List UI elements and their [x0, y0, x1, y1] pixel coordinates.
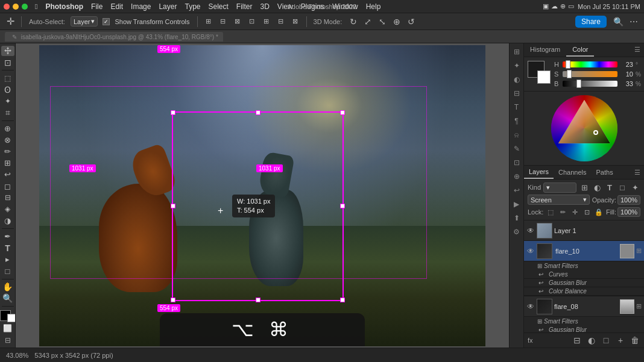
lasso-tool[interactable]: ʘ — [1, 84, 14, 95]
color-wheel[interactable] — [551, 95, 617, 161]
stamp-tool[interactable]: ⊞ — [1, 158, 14, 168]
share-button[interactable]: Share — [575, 16, 607, 28]
marquee-tool[interactable]: ⬚ — [1, 73, 14, 83]
3d-roll-icon[interactable]: ↺ — [405, 15, 418, 28]
layers-icon2[interactable]: ⊡ — [511, 157, 523, 169]
quick-select-tool[interactable]: ✦ — [1, 96, 14, 106]
settings-icon[interactable]: ⚙ — [511, 226, 523, 238]
gaussian-vis-icon[interactable]: ↩ — [538, 279, 547, 286]
align-more-icon[interactable]: ⊠ — [289, 15, 302, 28]
flare10-visibility[interactable]: 👁 — [526, 247, 535, 255]
menu-select[interactable]: Select — [204, 1, 232, 12]
export-icon[interactable]: ⬆ — [511, 212, 523, 224]
filter-type-icon[interactable]: T — [604, 182, 615, 193]
tab-channels[interactable]: Channels — [554, 166, 591, 178]
tab-color[interactable]: Color — [566, 43, 594, 57]
tab-layers[interactable]: Layers — [524, 166, 554, 179]
history-icon[interactable]: ↩ — [511, 184, 523, 196]
tab-histogram[interactable]: Histogram — [524, 43, 566, 57]
menu-edit[interactable]: Edit — [107, 1, 127, 12]
align-left-icon[interactable]: ⊞ — [202, 15, 215, 28]
document-tab[interactable]: ✎ isabella-juskova-9aNItHjuOc0-unsplash.… — [5, 32, 223, 42]
brush-tool[interactable]: ✏ — [1, 146, 14, 157]
delete-layer-button[interactable]: 🗑 — [630, 335, 640, 346]
close-button[interactable] — [4, 4, 10, 10]
layer1-visibility[interactable]: 👁 — [526, 226, 535, 235]
lock-transparent-icon[interactable]: ⬚ — [546, 207, 555, 217]
crop-tool[interactable]: ⌗ — [1, 108, 14, 118]
zoom-tool[interactable]: 🔍 — [1, 293, 14, 304]
eraser-tool[interactable]: ◻ — [1, 181, 14, 191]
filter-adjust-icon[interactable]: ◐ — [592, 182, 602, 193]
brush-preset-icon[interactable]: ✎ — [511, 143, 523, 155]
curves-vis-icon[interactable]: ↩ — [538, 271, 547, 278]
filter-shape-icon[interactable]: □ — [617, 182, 628, 193]
menu-image[interactable]: Image — [127, 1, 154, 12]
path-select-tool[interactable]: ▸ — [1, 254, 14, 264]
menu-3d[interactable]: 3D — [257, 1, 273, 12]
blur-tool[interactable]: ◈ — [1, 204, 14, 214]
sat-slider[interactable] — [563, 71, 617, 77]
minimize-button[interactable] — [13, 4, 19, 10]
align-right-icon[interactable]: ⊠ — [231, 15, 244, 28]
history-brush-tool[interactable]: ↩ — [1, 169, 14, 179]
actions-icon[interactable]: ▶ — [511, 198, 523, 210]
adjustments-icon[interactable]: ◐ — [511, 73, 523, 86]
eyedropper-tool[interactable]: ⊕ — [1, 123, 14, 134]
align-center-v-icon[interactable]: ⊞ — [260, 15, 273, 28]
bg-swatch[interactable] — [537, 70, 551, 84]
align-center-h-icon[interactable]: ⊟ — [216, 15, 230, 28]
lock-position-icon[interactable]: ✛ — [570, 207, 579, 217]
align-bottom-icon[interactable]: ⊟ — [274, 15, 288, 28]
color-swatches[interactable] — [0, 310, 16, 322]
pen-tool[interactable]: ✒ — [1, 231, 14, 242]
filter-color-balance[interactable]: ↩ Color Balance — [524, 287, 644, 296]
menu-photoshop[interactable]: Photoshop — [42, 1, 87, 12]
libraries-icon[interactable]: ⊟ — [511, 87, 523, 99]
healing-tool[interactable]: ⊗ — [1, 135, 14, 145]
filter-pixel-icon[interactable]: ⊞ — [579, 182, 590, 193]
hue-slider[interactable] — [563, 61, 617, 67]
glyphs-icon[interactable]: ⍾ — [511, 129, 523, 141]
hue-thumb[interactable] — [566, 60, 570, 69]
tab-paths[interactable]: Paths — [592, 166, 618, 178]
layer-item-layer1[interactable]: 👁 Layer 1 — [524, 220, 644, 241]
sat-thumb[interactable] — [567, 70, 572, 78]
type-icon[interactable]: T — [511, 101, 523, 113]
fullscreen-button[interactable] — [22, 4, 28, 10]
move-tool[interactable] — [1, 46, 14, 56]
flare08-gaussian[interactable]: ↩ Gaussian Blur — [524, 326, 644, 332]
channels-icon[interactable]: ⊕ — [511, 170, 523, 183]
menu-file[interactable]: File — [87, 1, 106, 12]
fx-label[interactable]: fx — [528, 337, 533, 344]
paragraph-icon[interactable]: ¶ — [511, 115, 523, 127]
fill-value[interactable]: 100% — [617, 207, 640, 217]
3d-slide-icon[interactable]: ⤡ — [376, 15, 389, 28]
colorbal-vis-icon[interactable]: ↩ — [538, 288, 547, 295]
menu-filter[interactable]: Filter — [233, 1, 256, 12]
add-mask-button[interactable]: ⊟ — [572, 335, 582, 346]
new-adjustment-button[interactable]: ◐ — [586, 335, 597, 346]
layers-menu-icon[interactable]: ☰ — [631, 166, 644, 179]
bri-slider[interactable] — [563, 81, 617, 87]
transform-checkbox[interactable]: ✓ — [103, 18, 110, 25]
lock-artboard-icon[interactable]: ⊡ — [582, 207, 592, 217]
panel-options-icon[interactable]: ☰ — [631, 43, 644, 57]
shape-tool[interactable]: □ — [1, 266, 14, 276]
apple-menu[interactable]:  — [31, 1, 41, 12]
menu-help[interactable]: Help — [362, 1, 385, 12]
filter-gaussian-blur[interactable]: ↩ Gaussian Blur — [524, 279, 644, 287]
more-options-icon[interactable]: ⋯ — [627, 15, 640, 28]
quick-mask-tool[interactable]: ⬜ — [1, 323, 14, 334]
opacity-value[interactable]: 100% — [617, 195, 640, 205]
move-tool-icon[interactable]: ✛ — [4, 15, 17, 28]
search-icon[interactable]: 🔍 — [611, 15, 625, 28]
hand-tool[interactable]: ✋ — [1, 281, 14, 292]
new-layer-button[interactable]: + — [615, 335, 626, 346]
layer-dropdown[interactable]: Layer ▾ — [71, 16, 98, 27]
canvas-area[interactable]: 554 px 554 px 1031 px 1031 px W: 1031 px… — [16, 43, 509, 348]
gradient-tool[interactable]: ⊟ — [1, 193, 14, 203]
artboard-tool[interactable]: ⊡ — [1, 57, 14, 67]
lock-pixels-icon[interactable]: ✏ — [558, 207, 567, 217]
flare08-visibility[interactable]: 👁 — [526, 302, 535, 311]
